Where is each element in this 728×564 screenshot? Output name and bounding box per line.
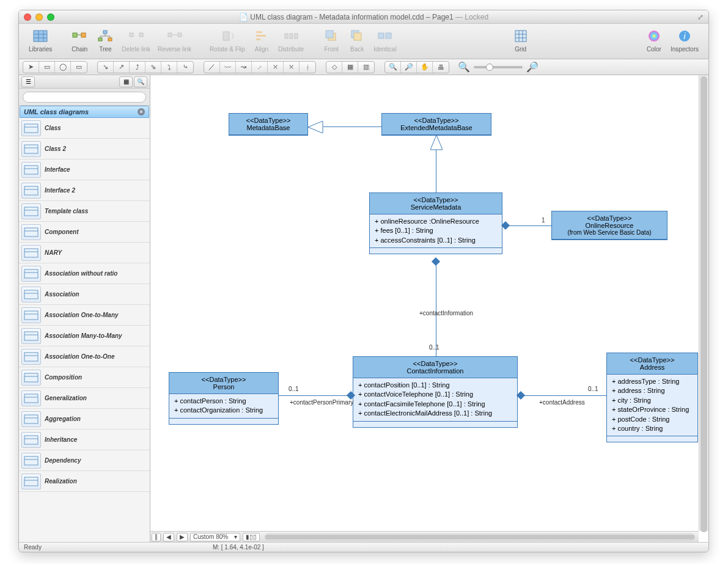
inspectors-button[interactable]: i Inspectors xyxy=(667,26,702,54)
connector-generalization-2[interactable] xyxy=(436,150,436,192)
shape-item[interactable]: Inheritance xyxy=(19,430,150,450)
shape-item[interactable]: Template class xyxy=(19,201,150,222)
shape-label: Association xyxy=(45,291,79,298)
scroll-thumb[interactable] xyxy=(700,76,707,532)
shape-item[interactable]: Association One-to-Many xyxy=(19,305,150,326)
zoom-combo[interactable]: Custom 80% ▾ xyxy=(190,533,240,541)
connector-tool-1[interactable]: ↘ xyxy=(98,62,114,73)
library-header[interactable]: UML class diagrams × xyxy=(20,106,149,118)
class-metadatabase[interactable]: <<DataType>> MetadataBase xyxy=(229,113,308,136)
shape-item[interactable]: Association Many-to-Many xyxy=(19,326,150,346)
rect-tool[interactable]: ▭ xyxy=(39,62,55,73)
status-ready: Ready xyxy=(24,544,42,551)
shape-item[interactable]: Association without ratio xyxy=(19,263,150,284)
class-servicemetadata[interactable]: <<DataType>> ServiceMetadata + onlineRes… xyxy=(369,192,502,254)
attrs: + addressType : String+ address : String… xyxy=(607,375,697,436)
pointer-tool[interactable]: ➤ xyxy=(23,62,39,73)
connector-tool-4[interactable]: ⇘ xyxy=(145,62,161,73)
line-tool-4[interactable]: ⟋ xyxy=(252,62,268,73)
horizontal-scrollbar[interactable] xyxy=(265,533,695,541)
line-tool-6[interactable]: ⤬ xyxy=(284,62,300,73)
reverse-link-button[interactable]: Reverse link xyxy=(154,26,195,54)
connector-composition-3[interactable] xyxy=(279,395,349,396)
class-contactinformation[interactable]: <<DataType>> ContactInformation + contac… xyxy=(353,356,518,428)
pan-tool[interactable]: ✋ xyxy=(417,62,433,73)
class-onlineresource[interactable]: <<DataType>> OnlineResource (from Web Se… xyxy=(551,211,667,240)
shape-item[interactable]: Class 2 xyxy=(19,139,150,159)
distribute-icon xyxy=(282,27,300,45)
line-tool-2[interactable]: 〰 xyxy=(220,62,236,73)
distribute-button[interactable]: Distribute xyxy=(274,26,307,54)
shape-item[interactable]: Dependency xyxy=(19,450,150,471)
zoom-in-icon[interactable]: 🔎 xyxy=(526,61,539,73)
zoom-out-tool[interactable]: 🔍 xyxy=(385,62,401,73)
connector-generalization-1[interactable] xyxy=(323,126,381,127)
zoom-out-icon[interactable]: 🔍 xyxy=(458,61,470,73)
connector-tool-2[interactable]: ↗ xyxy=(114,62,130,73)
shape-item[interactable]: Association xyxy=(19,284,150,305)
prev-page-button[interactable]: ◀ xyxy=(163,533,174,541)
class-person[interactable]: <<DataType>> Person + contactPerson : St… xyxy=(169,372,279,425)
class-extendedmetadatabase[interactable]: <<DataType>> ExtendedMetadataBase xyxy=(381,113,491,136)
svg-rect-22 xyxy=(256,38,260,40)
connector-composition-4[interactable] xyxy=(523,395,606,396)
rotate-flip-button[interactable]: Rotate & Flip xyxy=(206,26,249,54)
shape-item[interactable]: Aggregation xyxy=(19,409,150,430)
line-tool-7[interactable]: ⟊ xyxy=(300,62,315,73)
next-page-button[interactable]: ▶ xyxy=(177,533,188,541)
search-toggle[interactable]: 🔍 xyxy=(134,76,147,87)
shape-item[interactable]: NARY xyxy=(19,243,150,263)
view-mode-1[interactable]: ▮▯▯ xyxy=(243,533,260,541)
line-tool-3[interactable]: ↝ xyxy=(236,62,252,73)
svg-rect-58 xyxy=(24,311,38,320)
connector-tool-3[interactable]: ⤴ xyxy=(130,62,145,73)
shape-tool-3[interactable]: ▥ xyxy=(358,62,374,73)
zoom-in-tool[interactable]: 🔎 xyxy=(401,62,417,73)
zoom-slider[interactable]: 🔍 🔎 xyxy=(458,61,539,73)
layout-toggle-2[interactable]: ▦ xyxy=(119,76,133,87)
back-button[interactable]: Back xyxy=(344,26,370,54)
diagram-canvas[interactable]: <<DataType>> MetadataBase <<DataType>> E… xyxy=(150,75,699,531)
connector-tool-6[interactable]: ⤷ xyxy=(177,62,193,73)
layout-toggle-1[interactable]: ☰ xyxy=(21,76,35,87)
delete-link-button[interactable]: Delete link xyxy=(118,26,154,54)
shape-label: Association without ratio xyxy=(45,270,117,277)
print-tool[interactable]: 🖶 xyxy=(433,62,449,73)
front-button[interactable]: Front xyxy=(318,26,344,54)
line-tool-1[interactable]: ／ xyxy=(204,62,220,73)
identical-button[interactable]: Identical xyxy=(370,26,400,54)
pause-button[interactable]: ‖ xyxy=(152,533,161,541)
libraries-button[interactable]: Libraries xyxy=(25,26,56,54)
connector-composition-2[interactable] xyxy=(436,261,436,356)
chain-button[interactable]: Chain xyxy=(67,26,92,54)
grid-button[interactable]: Grid xyxy=(508,26,534,54)
color-button[interactable]: Color xyxy=(641,26,667,54)
attr-row: + contactPerson : String xyxy=(174,397,273,406)
shape-item[interactable]: Realization xyxy=(19,471,150,492)
shape-item[interactable]: Component xyxy=(19,222,150,243)
align-button[interactable]: Align xyxy=(249,26,274,54)
vertical-scrollbar[interactable] xyxy=(699,75,708,531)
shape-tool-2[interactable]: ▦ xyxy=(342,62,358,73)
inspectors-label: Inspectors xyxy=(671,46,699,53)
line-tool-5[interactable]: ⤫ xyxy=(268,62,284,73)
shape-item[interactable]: Composition xyxy=(19,367,150,388)
search-input[interactable] xyxy=(23,92,146,103)
connector-tool-5[interactable]: ⤵ xyxy=(161,62,177,73)
class-address[interactable]: <<DataType>> Address + addressType : Str… xyxy=(606,353,698,442)
tree-button[interactable]: Tree xyxy=(92,26,118,54)
slider-thumb[interactable] xyxy=(486,64,493,71)
slider-track[interactable] xyxy=(474,66,523,68)
scroll-thumb[interactable] xyxy=(265,535,694,540)
text-tool[interactable]: ▭ xyxy=(71,62,87,73)
shape-item[interactable]: Interface xyxy=(19,159,150,180)
shape-item[interactable]: Generalization xyxy=(19,388,150,409)
shape-tool-1[interactable]: ◇ xyxy=(326,62,342,73)
shape-item[interactable]: Association One-to-One xyxy=(19,346,150,367)
ellipse-tool[interactable]: ◯ xyxy=(55,62,71,73)
library-close-icon[interactable]: × xyxy=(138,108,145,115)
shape-item[interactable]: Interface 2 xyxy=(19,180,150,201)
shape-label: Association Many-to-Many xyxy=(45,332,122,339)
shape-item[interactable]: Class xyxy=(19,118,150,139)
connector-composition-1[interactable] xyxy=(507,225,551,226)
